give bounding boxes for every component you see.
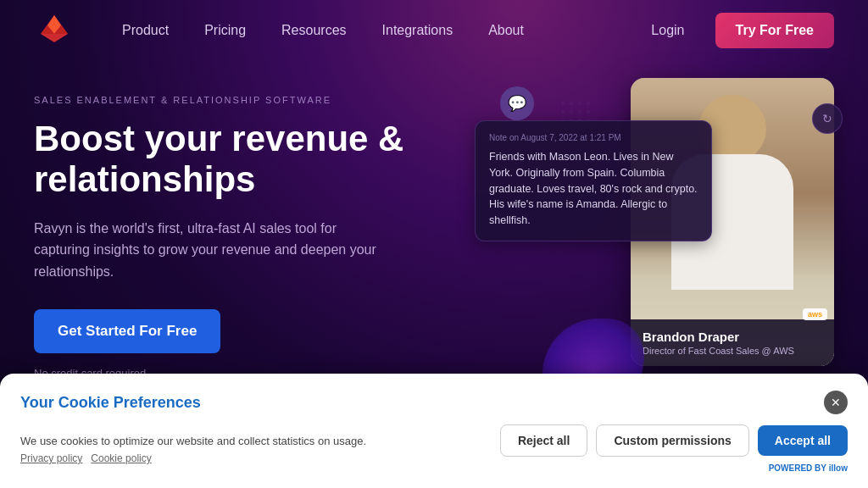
cookie-policy-link[interactable]: Cookie policy <box>91 452 151 464</box>
chat-bubble: Note on August 7, 2022 at 1:21 PM Friend… <box>475 95 712 241</box>
nav-actions: Login Try For Free <box>637 13 834 48</box>
cookie-powered-by: POWERED BY illow <box>769 463 848 473</box>
reject-all-button[interactable]: Reject all <box>500 424 587 457</box>
nav-links: Product Pricing Resources Integrations A… <box>108 16 637 45</box>
cookie-body: We use cookies to optimize our website a… <box>20 424 848 473</box>
cookie-close-button[interactable]: ✕ <box>824 391 848 414</box>
hero-eyebrow: SALES ENABLEMENT & RELATIONSHIP SOFTWARE <box>34 95 441 105</box>
brand-logo[interactable] <box>34 10 75 51</box>
chat-icon <box>500 86 534 120</box>
profile-name: Brandon Draper <box>643 330 822 344</box>
profile-info: Brandon Draper Director of Fast Coast Sa… <box>631 319 834 366</box>
hero-title: Boost your revenue & relationships <box>34 119 441 201</box>
nav-resources[interactable]: Resources <box>268 16 359 45</box>
profile-title: Director of Fast Coast Sales @ AWS <box>643 346 822 356</box>
cookie-links: Privacy policy Cookie policy <box>20 452 483 464</box>
nav-product[interactable]: Product <box>108 16 182 45</box>
refresh-icon[interactable]: ↻ <box>812 103 843 134</box>
accept-all-button[interactable]: Accept all <box>758 425 848 456</box>
chat-meta: Note on August 7, 2022 at 1:21 PM <box>489 133 698 142</box>
hero-subtitle: Ravyn is the world's first, ultra-fast A… <box>34 218 390 283</box>
aws-badge: aws <box>803 308 827 320</box>
custom-permissions-button[interactable]: Custom permissions <box>596 424 748 457</box>
cookie-title: Your Cookie Preferences <box>20 394 201 412</box>
get-started-button[interactable]: Get Started For Free <box>34 309 220 353</box>
chat-text: Friends with Mason Leon. Lives in New Yo… <box>489 149 698 229</box>
cookie-banner: Your Cookie Preferences ✕ We use cookies… <box>0 374 868 488</box>
cookie-header: Your Cookie Preferences ✕ <box>20 391 848 414</box>
privacy-policy-link[interactable]: Privacy policy <box>20 452 82 464</box>
nav-pricing[interactable]: Pricing <box>191 16 259 45</box>
chat-card: Note on August 7, 2022 at 1:21 PM Friend… <box>475 120 712 241</box>
navbar: Product Pricing Resources Integrations A… <box>0 0 868 61</box>
nav-about[interactable]: About <box>475 16 537 45</box>
try-free-button[interactable]: Try For Free <box>715 13 834 48</box>
cookie-right: Reject all Custom permissions Accept all… <box>500 424 848 473</box>
login-button[interactable]: Login <box>637 16 698 45</box>
cookie-description: We use cookies to optimize our website a… <box>20 433 483 450</box>
cookie-actions: Reject all Custom permissions Accept all <box>500 424 848 457</box>
nav-integrations[interactable]: Integrations <box>369 16 467 45</box>
